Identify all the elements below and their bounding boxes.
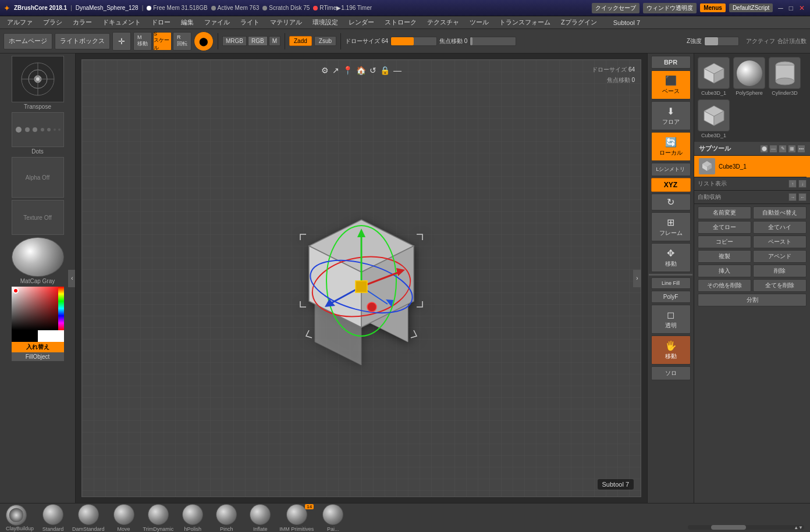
solo-button[interactable]: ソロ	[651, 366, 691, 380]
zsub-button[interactable]: Zsub	[314, 36, 336, 46]
auto-collect-right[interactable]: →	[788, 193, 797, 201]
mesh-item-cylinder[interactable]: Cylinder3D	[769, 57, 801, 96]
xyz-button[interactable]: XYZ	[651, 178, 691, 192]
auto-sort-button[interactable]: 自動並べ替え	[753, 206, 807, 219]
brush-claybuildup[interactable]: ClayBuildup	[6, 505, 34, 531]
default-zscript-button[interactable]: DefaultZScript	[729, 3, 773, 12]
copy-button[interactable]: コピー	[698, 235, 751, 248]
mesh-item-cube3d2[interactable]: Cube3D_1	[698, 99, 730, 138]
move-rt-button[interactable]: ✥ 移動	[651, 243, 691, 272]
brush-standard[interactable]: Standard	[38, 504, 68, 532]
fill-button[interactable]: FillObject	[12, 352, 64, 361]
bottom-scrollbar[interactable]: ▲▼	[688, 525, 804, 530]
menu-material[interactable]: マテリアル	[265, 17, 307, 28]
maximize-icon[interactable]: □	[787, 4, 795, 12]
gizmo-minus-icon[interactable]: —	[393, 66, 402, 75]
subtool-ctrl1[interactable]: ⬤	[760, 145, 768, 153]
focal-shift-slider[interactable]	[470, 37, 516, 46]
mesh-item-polysphere[interactable]: PolySphere	[733, 57, 765, 96]
mrgb-button[interactable]: MRGB	[222, 36, 247, 46]
delete-button[interactable]: 削除	[753, 265, 807, 277]
transpose-widget[interactable]: Transpose	[4, 56, 71, 110]
menu-color[interactable]: カラー	[68, 17, 97, 28]
swatch-white[interactable]	[38, 330, 64, 342]
window-opacity-button[interactable]: ウィンドウ透明度	[643, 3, 697, 13]
brush-inflate[interactable]: Inflate	[246, 504, 275, 532]
dots-widget[interactable]: Dots	[4, 112, 71, 155]
delete-others-button[interactable]: その他を削除	[698, 279, 751, 292]
menu-tool[interactable]: ツール	[465, 17, 493, 28]
subtool-ctrl4[interactable]: ▦	[788, 145, 796, 153]
left-sidebar-collapse[interactable]: ‹	[68, 270, 76, 287]
lightbox-button[interactable]: ライトボックス	[55, 33, 110, 49]
floor-button[interactable]: ⬇ フロア	[651, 101, 691, 130]
gizmo-settings-icon[interactable]: ⚙	[321, 66, 329, 75]
gizmo-home-icon[interactable]: 🏠	[356, 66, 366, 75]
all-high-button[interactable]: 全てハイ	[753, 221, 807, 234]
scroll-arrow-right[interactable]: ▲▼	[794, 525, 803, 530]
menu-brush[interactable]: ブラシ	[38, 17, 67, 28]
rotate-gizmo-button[interactable]: ↻	[651, 194, 691, 210]
homepage-button[interactable]: ホームページ	[3, 33, 52, 49]
color-picker-widget[interactable]: 入れ替え FillObject	[4, 287, 71, 361]
brush-pinch[interactable]: Pinch	[212, 504, 241, 532]
menu-alpha[interactable]: アルファ	[2, 17, 37, 28]
menu-transform[interactable]: トランスフォーム	[495, 17, 555, 28]
minimize-icon[interactable]: ─	[776, 4, 785, 12]
canvas-area[interactable]: ⚙ ↗ 📍 🏠 ↺ 🔒 —	[76, 53, 647, 503]
base-button[interactable]: ⬛ ベース	[651, 70, 691, 99]
brush-pai[interactable]: Pai...	[318, 504, 347, 532]
list-down-button[interactable]: ↓	[798, 180, 807, 188]
subtool-item-cube3d[interactable]: Cube3D_1	[694, 156, 807, 177]
local-button[interactable]: 🔄 ローカル	[651, 132, 691, 161]
frame-button[interactable]: ⊞ フレーム	[651, 212, 691, 241]
menu-edit[interactable]: 編集	[176, 17, 198, 28]
rename-button[interactable]: 名前変更	[698, 206, 751, 219]
menu-file[interactable]: ファイル	[200, 17, 235, 28]
alpha-widget[interactable]: Alpha Off	[4, 157, 71, 198]
bpr-button[interactable]: BPR	[651, 56, 691, 69]
swatch-black[interactable]	[12, 330, 38, 342]
matcap-widget[interactable]: MatCap Gray	[4, 237, 71, 284]
subtool-ctrl2[interactable]: —	[769, 145, 777, 153]
m-button[interactable]: M	[269, 36, 280, 46]
list-up-button[interactable]: ↑	[788, 180, 797, 188]
quick-save-button[interactable]: クイックセーブ	[592, 3, 640, 13]
delete-all-button[interactable]: 全てを削除	[753, 279, 807, 292]
lsym-button[interactable]: Lシンメトリ	[651, 163, 691, 176]
rgb-button[interactable]: RGB	[248, 36, 268, 46]
brush-damstandard[interactable]: DamStandard	[72, 504, 105, 532]
menu-document[interactable]: ドキュメント	[98, 17, 145, 28]
color-picker-gradient[interactable]	[12, 287, 64, 330]
menu-zplugin[interactable]: Zプラグイン	[556, 17, 602, 28]
all-low-button[interactable]: 全てロー	[698, 221, 751, 234]
menus-button[interactable]: Menus	[700, 3, 726, 12]
brush-imm-primitives[interactable]: 14 IMM Primitives	[279, 504, 314, 532]
append-button[interactable]: アペンド	[753, 250, 807, 263]
draw-icon[interactable]: ✛	[112, 32, 131, 51]
draw-size-slider[interactable]	[390, 37, 437, 46]
gizmo-pin-icon[interactable]: 📍	[343, 66, 353, 75]
insert-button[interactable]: 挿入	[698, 265, 751, 277]
brush-move[interactable]: Move	[109, 504, 138, 532]
texture-widget[interactable]: Texture Off	[4, 200, 71, 235]
mesh-item-cube3d[interactable]: Cube3D_1	[698, 57, 730, 96]
menu-texture[interactable]: テクスチャ	[422, 17, 464, 28]
gizmo-lock-icon[interactable]: 🔒	[380, 66, 390, 75]
brush-mode-button[interactable]: ⬤	[194, 31, 214, 51]
swap-button[interactable]: 入れ替え	[12, 342, 64, 352]
subtool-ctrl5[interactable]: •••	[797, 145, 805, 153]
zadd-button[interactable]: Zadd	[289, 36, 312, 46]
polyf-button[interactable]: PolyF	[651, 291, 691, 303]
gizmo-rotate-icon[interactable]: ↺	[370, 66, 376, 75]
z-intensity-slider[interactable]	[704, 37, 739, 46]
menu-draw[interactable]: ドロー	[147, 17, 175, 28]
auto-collect-left[interactable]: ←	[798, 193, 807, 201]
gizmo-arrow-icon[interactable]: ↗	[332, 66, 339, 75]
paste-button[interactable]: ペースト	[753, 235, 807, 248]
menu-preferences[interactable]: 環境設定	[308, 17, 343, 28]
transparent-button[interactable]: ◻ 透明	[651, 305, 691, 334]
subtool-ctrl3[interactable]: ✎	[779, 145, 787, 153]
scale-button[interactable]: Sスケール	[153, 32, 172, 51]
brush-hpolish[interactable]: hPolish	[178, 504, 207, 532]
